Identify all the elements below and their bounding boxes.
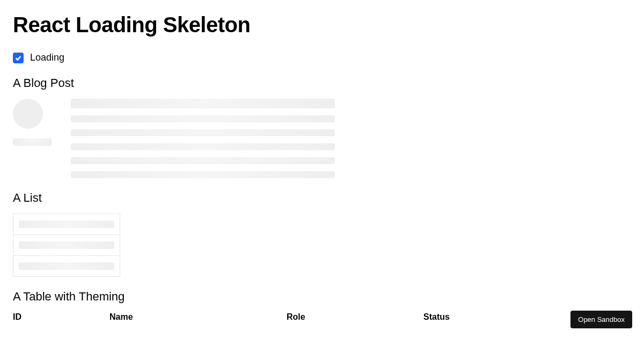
post-line-skeleton (71, 157, 335, 164)
list-skeleton (13, 214, 120, 277)
post-line-skeleton (71, 143, 335, 150)
loading-toggle-row: Loading (13, 52, 631, 63)
list-item-skeleton (19, 221, 114, 228)
loading-checkbox-label: Loading (30, 52, 64, 63)
list-item-skeleton (19, 241, 114, 249)
loading-checkbox[interactable] (13, 53, 24, 63)
table-header-name: Name (109, 312, 287, 322)
list-item-skeleton (19, 262, 114, 270)
checkmark-icon (14, 54, 22, 62)
list-item (13, 214, 120, 235)
table-header-status: Status (423, 312, 514, 322)
list-item (13, 256, 120, 276)
open-sandbox-button[interactable]: Open Sandbox (570, 311, 632, 328)
table-header-row: ID Name Role Status (13, 312, 631, 322)
page-title: React Loading Skeleton (13, 13, 631, 37)
post-line-skeleton (71, 115, 335, 122)
post-line-skeleton (71, 129, 335, 136)
table-heading: A Table with Theming (13, 290, 631, 304)
table-header-id: ID (13, 312, 109, 322)
blog-post-skeleton (13, 99, 335, 178)
post-line-skeleton (71, 171, 335, 178)
avatar-skeleton (13, 99, 43, 129)
list-item (13, 235, 120, 256)
table-header-role: Role (287, 312, 423, 322)
blog-post-author-column (13, 99, 52, 178)
author-name-skeleton (13, 138, 52, 146)
post-title-skeleton (71, 99, 335, 108)
blog-post-heading: A Blog Post (13, 76, 631, 90)
list-heading: A List (13, 191, 631, 205)
blog-post-content-column (71, 99, 335, 178)
